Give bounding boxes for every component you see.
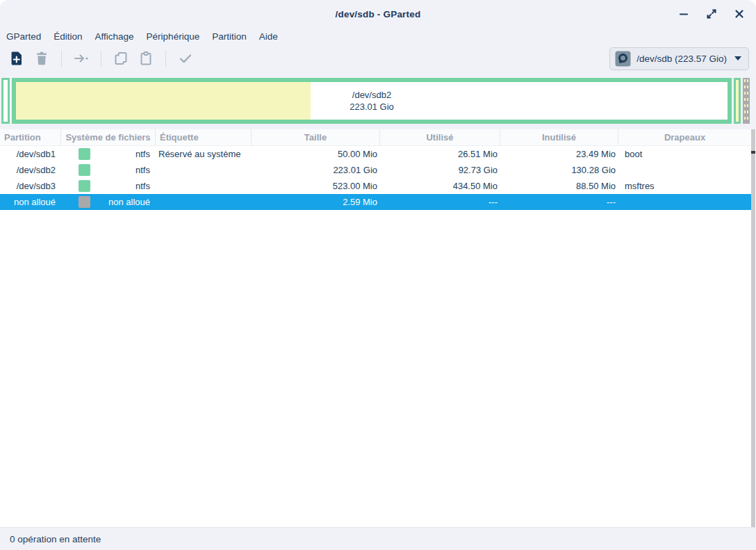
toolbar: /dev/sdb (223.57 Gio) bbox=[0, 45, 756, 72]
cell-unused: 23.49 Mio bbox=[500, 146, 618, 162]
cell-flags bbox=[618, 194, 751, 210]
clipboard-icon bbox=[138, 50, 154, 67]
minimize-icon bbox=[677, 7, 691, 21]
column-header-flags: Drapeaux bbox=[618, 129, 751, 145]
maximize-button[interactable] bbox=[703, 6, 720, 22]
disk-partition-label: /dev/sdb2 223.01 Gio bbox=[350, 89, 394, 113]
resize-move-button[interactable] bbox=[69, 47, 94, 70]
table-row-sdb1[interactable]: /dev/sdb1 ntfs Réservé au système 50.00 … bbox=[0, 146, 751, 162]
disk-partition-sdb1[interactable] bbox=[1, 78, 10, 124]
cell-filesystem: ntfs bbox=[61, 178, 156, 194]
filesystem-color-swatch bbox=[79, 196, 90, 208]
close-button[interactable] bbox=[731, 6, 748, 22]
window-controls bbox=[675, 0, 748, 28]
paste-button[interactable] bbox=[133, 47, 158, 70]
filesystem-name: non alloué bbox=[108, 197, 156, 207]
cell-label bbox=[156, 194, 252, 210]
disk-partition-sdb3[interactable] bbox=[734, 78, 741, 124]
cell-flags: msftres bbox=[618, 178, 751, 194]
device-selector[interactable]: /dev/sdb (223.57 Gio) bbox=[609, 47, 749, 70]
cell-partition: /dev/sdb2 bbox=[0, 162, 61, 178]
partition-table: Partition Système de fichiers Étiquette … bbox=[0, 129, 756, 527]
column-header-partition: Partition bbox=[0, 129, 61, 145]
filesystem-color-swatch bbox=[79, 148, 90, 160]
document-plus-icon bbox=[8, 50, 25, 67]
cell-unused: --- bbox=[500, 194, 618, 210]
cell-partition: /dev/sdb1 bbox=[0, 146, 61, 162]
cell-flags: boot bbox=[618, 146, 751, 162]
pending-operations-status: 0 opération en attente bbox=[10, 534, 101, 544]
menu-gparted[interactable]: GParted bbox=[0, 29, 47, 44]
disk-partition-sdb2[interactable]: /dev/sdb2 223.01 Gio bbox=[12, 78, 732, 124]
menu-aide[interactable]: Aide bbox=[253, 29, 284, 44]
disk-partition-size: 223.01 Gio bbox=[350, 101, 394, 113]
partition-table-grid: Partition Système de fichiers Étiquette … bbox=[0, 129, 751, 210]
disk-visual-area: /dev/sdb2 223.01 Gio bbox=[0, 72, 756, 129]
used-space-fill bbox=[16, 82, 311, 120]
cell-size: 50.00 Mio bbox=[252, 146, 380, 162]
cell-used: 92.73 Gio bbox=[380, 162, 500, 178]
cell-filesystem: ntfs bbox=[61, 146, 156, 162]
menu-peripherique[interactable]: Périphérique bbox=[140, 29, 206, 44]
cell-filesystem: non alloué bbox=[61, 194, 156, 210]
cell-label bbox=[156, 162, 252, 178]
close-icon bbox=[732, 7, 746, 21]
filesystem-color-swatch bbox=[79, 164, 90, 176]
arrow-resize-icon bbox=[72, 50, 90, 67]
new-partition-button[interactable] bbox=[4, 47, 29, 70]
apply-button[interactable] bbox=[173, 47, 198, 70]
vertical-scrollbar[interactable] bbox=[751, 129, 755, 527]
titlebar: /dev/sdb - GParted bbox=[0, 0, 756, 28]
cell-size: 223.01 Gio bbox=[252, 162, 380, 178]
table-header: Partition Système de fichiers Étiquette … bbox=[0, 129, 751, 146]
filesystem-color-swatch bbox=[79, 180, 90, 192]
column-header-used: Utilisé bbox=[380, 129, 500, 145]
device-selector-label: /dev/sdb (223.57 Gio) bbox=[636, 54, 727, 64]
table-row-sdb3[interactable]: /dev/sdb3 ntfs 523.00 Mio 434.50 Mio 88.… bbox=[0, 178, 751, 194]
cell-used: 26.51 Mio bbox=[380, 146, 500, 162]
toolbar-separator bbox=[61, 50, 62, 67]
toolbar-separator bbox=[165, 50, 166, 67]
window-title: /dev/sdb - GParted bbox=[336, 9, 421, 19]
menu-affichage[interactable]: Affichage bbox=[89, 29, 140, 44]
cell-partition: /dev/sdb3 bbox=[0, 178, 61, 194]
trash-icon bbox=[33, 50, 50, 67]
filesystem-name: ntfs bbox=[135, 165, 156, 175]
column-header-filesystem: Système de fichiers bbox=[61, 129, 156, 145]
delete-partition-button[interactable] bbox=[29, 47, 54, 70]
menu-partition[interactable]: Partition bbox=[206, 29, 253, 44]
copy-icon bbox=[113, 50, 129, 67]
menu-edition[interactable]: Édition bbox=[47, 29, 88, 44]
maximize-icon bbox=[705, 7, 718, 21]
table-row-sdb2[interactable]: /dev/sdb2 ntfs 223.01 Gio 92.73 Gio 130.… bbox=[0, 162, 751, 178]
hard-drive-icon bbox=[614, 50, 632, 67]
toolbar-separator bbox=[101, 50, 101, 67]
checkmark-icon bbox=[177, 50, 194, 67]
cell-filesystem: ntfs bbox=[61, 162, 156, 178]
column-header-label: Étiquette bbox=[156, 129, 252, 145]
cell-label: Réservé au système bbox=[156, 146, 252, 162]
column-header-unused: Inutilisé bbox=[500, 129, 618, 145]
table-row-unallocated[interactable]: non alloué non alloué 2.59 Mio --- --- bbox=[0, 194, 751, 210]
chevron-down-icon bbox=[734, 56, 741, 60]
menubar: GParted Édition Affichage Périphérique P… bbox=[0, 28, 756, 45]
filesystem-name: ntfs bbox=[135, 181, 156, 191]
cell-used: --- bbox=[380, 194, 500, 210]
disk-partition-name: /dev/sdb2 bbox=[350, 89, 394, 101]
disk-partition-unallocated[interactable] bbox=[743, 78, 750, 124]
cell-used: 434.50 Mio bbox=[380, 178, 500, 194]
column-header-size: Taille bbox=[252, 129, 380, 145]
cell-partition: non alloué bbox=[0, 194, 61, 210]
gparted-window: /dev/sdb - GParted GParted Édition Affic… bbox=[0, 0, 756, 550]
disk-visual-bar: /dev/sdb2 223.01 Gio bbox=[0, 78, 751, 124]
copy-button[interactable] bbox=[108, 47, 133, 70]
cell-size: 523.00 Mio bbox=[252, 178, 380, 194]
cell-unused: 130.28 Gio bbox=[500, 162, 618, 178]
cell-flags bbox=[618, 162, 751, 178]
filesystem-name: ntfs bbox=[135, 149, 156, 159]
cell-size: 2.59 Mio bbox=[252, 194, 380, 210]
statusbar: 0 opération en attente bbox=[0, 527, 756, 550]
cell-label bbox=[156, 178, 252, 194]
minimize-button[interactable] bbox=[675, 6, 692, 22]
scrollbar-thumb[interactable] bbox=[751, 151, 755, 154]
